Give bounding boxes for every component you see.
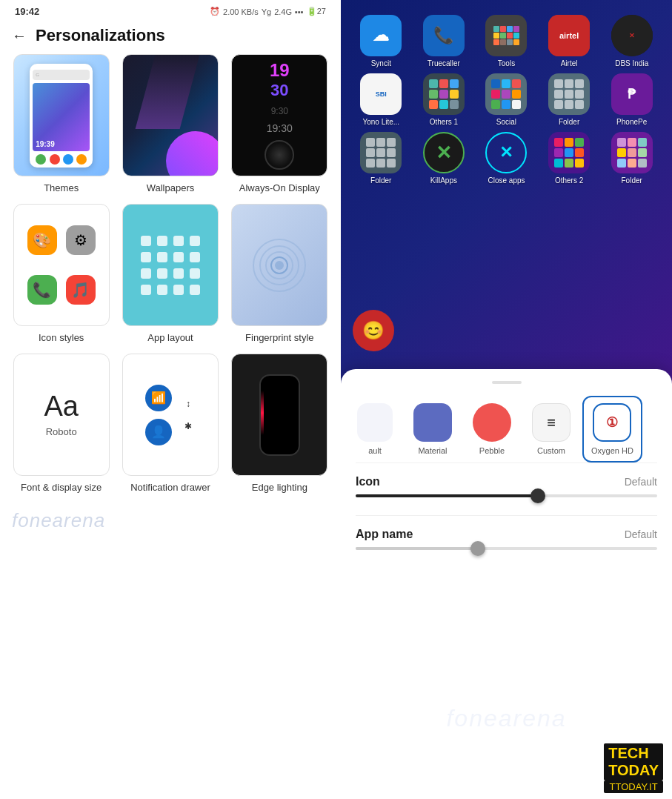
wallpaper-shape: [166, 131, 219, 176]
grid-item-fingerprint[interactable]: Fingerprint style: [230, 204, 329, 343]
app-item-folder3[interactable]: Folder: [603, 132, 660, 185]
alarm-icon: ⏰: [210, 7, 220, 16]
icon-section-header: Icon Default: [356, 475, 657, 488]
ttoday-url: TTODAY.IT: [604, 780, 663, 793]
app-grid: ☁ Syncit 📞 Truecaller: [341, 0, 672, 185]
icon-slider-track[interactable]: [356, 494, 657, 497]
app-dot: [190, 285, 200, 295]
themes-label: Themes: [44, 182, 79, 193]
killapps-icon: ✕: [423, 132, 465, 173]
style-option-oxygenhd[interactable]: ① Oxygen HD: [582, 396, 642, 463]
others1-folder-grid: [426, 76, 462, 112]
notification-label: Notification drawer: [130, 482, 210, 493]
signal-bars-icon: ▪▪▪: [295, 7, 304, 16]
killapps-label: KillApps: [430, 176, 457, 185]
style-preview-pebble: [473, 403, 511, 442]
aod-thumbnail: 19 30 9:30 19:30: [231, 54, 327, 176]
back-button[interactable]: ←: [12, 27, 27, 44]
dock-icon-music: [50, 154, 60, 165]
notif-bluetooth-icon: ✱: [181, 419, 196, 434]
style-option-default-partial[interactable]: ault: [348, 396, 402, 463]
grid-item-aod[interactable]: 19 30 9:30 19:30 Always-On Display: [230, 54, 329, 193]
left-watermark: fonearena: [0, 500, 341, 541]
others1-label: Others 1: [430, 118, 458, 126]
airtel-label: Airtel: [561, 59, 578, 67]
app-item-folder[interactable]: Folder: [541, 73, 598, 126]
others1-icon: [423, 73, 465, 115]
grid-item-edge[interactable]: Edge lighting: [230, 354, 329, 493]
app-dot: [157, 252, 167, 262]
grid-item-notification[interactable]: 📶 👤 ↕ ✱ Notification drawer: [121, 354, 219, 493]
icon-section-value: Default: [625, 476, 657, 488]
notif-user-icon: 👤: [145, 419, 172, 445]
appname-section-label: App name: [356, 528, 413, 541]
grid-item-applayout[interactable]: App layout: [121, 204, 219, 343]
left-panel: 19:42 ⏰ 2.00 KB/s Yg 2.4G ▪▪▪ 🔋27 ← Pers…: [0, 0, 341, 799]
right-watermark-mid: fonearena: [341, 705, 672, 732]
grid-item-font[interactable]: Aa Roboto Font & display size: [12, 354, 110, 493]
style-preview-custom: ≡: [532, 403, 570, 442]
status-icons: ⏰ 2.00 KB/s Yg 2.4G ▪▪▪ 🔋27: [210, 7, 326, 16]
truecaller-label: Truecaller: [428, 59, 460, 67]
app-item-closeapps[interactable]: ✕ Close apps: [478, 132, 535, 185]
appname-section-header: App name Default: [356, 528, 657, 541]
app-item-truecaller[interactable]: 📞 Truecaller: [416, 15, 473, 67]
font-aa-label: Aa: [44, 392, 78, 420]
tools-grid: [490, 23, 522, 48]
grid-item-iconstyles[interactable]: 🎨 ⚙ 📞 🎵 Icon styles: [12, 204, 110, 343]
aod-circle: [265, 140, 294, 170]
folder-label: Folder: [559, 118, 579, 126]
app-item-yono[interactable]: SBI Yono Lite...: [353, 73, 410, 126]
app-item-others2[interactable]: Others 2: [541, 132, 598, 185]
aod-time-right: 19:30: [267, 122, 293, 134]
app-dot: [141, 285, 151, 295]
edge-thumbnail: [231, 354, 327, 476]
app-item-folder2[interactable]: Folder: [353, 132, 410, 185]
app-item-syncit[interactable]: ☁ Syncit: [353, 15, 410, 67]
floating-red-circle: 😊: [353, 310, 394, 351]
wallpapers-label: Wallpapers: [147, 182, 195, 193]
app-item-killapps[interactable]: ✕ KillApps: [416, 132, 473, 185]
app-item-phonepe[interactable]: ₱ PhonePe: [603, 73, 660, 126]
app-dot: [173, 252, 184, 262]
themes-phone-dock: [33, 151, 90, 165]
style-option-custom[interactable]: ≡ Custom: [523, 396, 579, 463]
app-item-dbs[interactable]: ✕ DBS India: [603, 15, 660, 67]
grid-item-wallpapers[interactable]: Wallpapers: [121, 54, 219, 193]
app-item-others1[interactable]: Others 1: [416, 73, 473, 126]
folder2-grid: [363, 135, 399, 170]
notif-bar-icon: ↕: [181, 397, 196, 411]
appname-slider-track[interactable]: [356, 547, 657, 550]
style-label-custom: Custom: [537, 446, 565, 455]
closeapps-icon: ✕: [485, 132, 527, 173]
style-option-material[interactable]: Material: [405, 396, 461, 463]
app-item-airtel[interactable]: airtel Airtel: [541, 15, 598, 67]
data-speed: 2.00 KB/s: [223, 7, 259, 16]
app-dot: [141, 236, 151, 246]
grid-item-themes[interactable]: G 19:39 Themes: [12, 54, 110, 193]
app-item-social[interactable]: Social: [478, 73, 535, 126]
icon-slider-thumb[interactable]: [530, 488, 545, 503]
font-thumbnail: Aa Roboto: [13, 354, 110, 476]
notif-icons-col1: 📶 👤: [145, 385, 172, 445]
app-dot: [141, 268, 151, 279]
bottom-sheet: ault Material Pebble ≡ Custom: [341, 369, 672, 799]
aod-time-display: 19: [270, 62, 290, 79]
style-label-oxygenhd: Oxygen HD: [591, 446, 633, 455]
appname-slider-thumb[interactable]: [470, 541, 485, 556]
icon-style-scroller[interactable]: ault Material Pebble ≡ Custom: [341, 396, 672, 463]
font-name-label: Roboto: [46, 426, 77, 437]
app-dot: [173, 268, 184, 279]
notif-icons-col2: ↕ ✱: [181, 397, 196, 434]
edge-glow: [261, 391, 264, 435]
style-option-pebble[interactable]: Pebble: [464, 396, 520, 463]
themes-phone-searchbar: G: [33, 70, 90, 80]
app-layout-grid: [141, 236, 200, 295]
dock-icon-settings: [76, 154, 87, 165]
aod-small-time: 9:30: [271, 106, 288, 116]
style-preview-partial: [357, 403, 393, 442]
app-item-tools[interactable]: Tools: [478, 15, 535, 67]
battery-icon: 🔋27: [307, 7, 326, 16]
icon-section-label: Icon: [356, 475, 380, 488]
folder2-label: Folder: [370, 176, 391, 185]
